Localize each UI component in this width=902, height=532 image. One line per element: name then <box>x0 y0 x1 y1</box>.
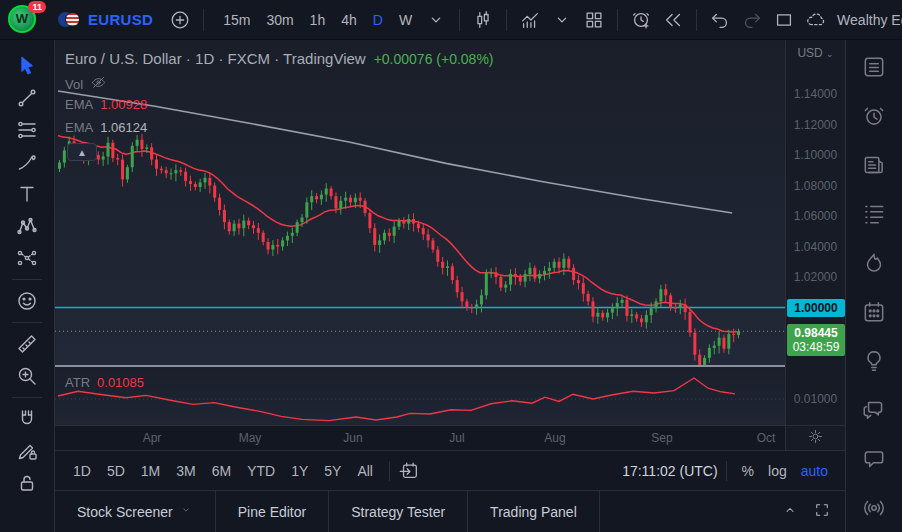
brush-icon[interactable] <box>8 146 46 178</box>
axis-settings[interactable] <box>786 425 845 450</box>
replay-icon[interactable] <box>658 5 688 35</box>
volume-legend[interactable]: Vol <box>65 74 107 94</box>
ema-slow-legend[interactable]: EMA 1.06124 <box>65 120 147 135</box>
time-axis[interactable]: AprMayJunJulAugSepOct <box>55 425 785 450</box>
bottom-toolbar: 1D5D1M3M6MYTD1Y5YAll 17:11:02 (UTC) % lo… <box>55 450 845 490</box>
atr-value: 0.01085 <box>97 375 144 390</box>
account-name[interactable]: Wealthy Educ... <box>837 12 902 28</box>
trend-line-icon[interactable] <box>8 82 46 114</box>
hotlists-icon[interactable] <box>857 248 891 278</box>
indicators-icon[interactable] <box>515 5 545 35</box>
text-tool-icon[interactable] <box>8 178 46 210</box>
fib-retracement-icon[interactable] <box>8 114 46 146</box>
range-1M[interactable]: 1M <box>133 459 168 483</box>
fullscreen-icon[interactable] <box>813 501 831 523</box>
chart-style-candles-icon[interactable] <box>468 5 498 35</box>
atr-legend[interactable]: ATR 0.01085 <box>65 375 144 390</box>
gear-icon <box>807 428 824 449</box>
ruler-icon[interactable] <box>8 328 46 360</box>
range-5D[interactable]: 5D <box>99 459 133 483</box>
price-tick: 1.02000 <box>786 270 845 284</box>
lock-all-icon[interactable] <box>8 467 46 499</box>
layout-grid-icon[interactable] <box>579 5 609 35</box>
toolbar-separator <box>12 397 42 398</box>
calendar-icon[interactable] <box>857 297 891 327</box>
go-to-date-icon[interactable] <box>398 460 420 482</box>
price-tick: 1.14000 <box>786 87 845 101</box>
alert-plus-icon[interactable] <box>626 5 656 35</box>
symbol-search-button[interactable]: EURUSD <box>88 11 153 28</box>
magnet-icon[interactable] <box>8 403 46 435</box>
account-logo[interactable]: W 11 <box>8 5 42 35</box>
forecast-icon[interactable] <box>8 242 46 274</box>
last-price-label: 0.98445 03:48:59 <box>787 324 845 356</box>
time-tick-Oct: Oct <box>757 431 776 445</box>
bottom-tabs: Stock ScreenerPine EditorStrategy Tester… <box>55 490 845 532</box>
zoom-in-icon[interactable] <box>8 360 46 392</box>
interval-D[interactable]: D <box>366 8 390 32</box>
tradingview-app: W 11 EURUSD 15m30m1h4hDW Wealthy Educ... <box>0 0 902 532</box>
server-clock[interactable]: 17:11:02 (UTC) <box>622 463 717 479</box>
toolbar-separator <box>12 322 42 323</box>
interval-4h[interactable]: 4h <box>334 8 364 32</box>
tab-trading-panel[interactable]: Trading Panel <box>468 491 600 532</box>
redo-icon[interactable] <box>737 5 767 35</box>
price-tick: 1.12000 <box>786 118 845 132</box>
atr-chart <box>55 367 785 425</box>
range-All[interactable]: All <box>349 459 381 483</box>
range-6M[interactable]: 6M <box>204 459 239 483</box>
range-YTD[interactable]: YTD <box>239 459 283 483</box>
xabcd-pattern-icon[interactable] <box>8 210 46 242</box>
rectangle-tool-icon[interactable] <box>769 5 799 35</box>
chart-legend-title[interactable]: Euro / U.S. Dollar · 1D · FXCM · Trading… <box>65 50 494 67</box>
interval-1h[interactable]: 1h <box>303 8 333 32</box>
notification-badge: 11 <box>28 1 46 13</box>
chevron-down-icon <box>179 503 193 520</box>
ideas-icon[interactable] <box>857 346 891 376</box>
time-tick-Jun: Jun <box>343 431 362 445</box>
watchlist-icon[interactable] <box>857 52 891 82</box>
interval-chevron-icon[interactable] <box>421 5 451 35</box>
auto-scale-button[interactable]: auto <box>794 459 835 483</box>
top-toolbar: W 11 EURUSD 15m30m1h4hDW Wealthy Educ... <box>0 0 902 40</box>
candlestick-chart <box>55 40 785 365</box>
percent-scale-button[interactable]: % <box>735 459 761 483</box>
tab-pine-editor[interactable]: Pine Editor <box>216 491 329 532</box>
toolbar-separator <box>12 279 42 280</box>
range-1Y[interactable]: 1Y <box>283 459 316 483</box>
interval-W[interactable]: W <box>392 8 419 32</box>
tab-stock-screener[interactable]: Stock Screener <box>55 491 216 532</box>
interval-15m[interactable]: 15m <box>216 8 257 32</box>
news-icon[interactable] <box>857 150 891 180</box>
price-tick: 1.10000 <box>786 148 845 162</box>
range-5Y[interactable]: 5Y <box>316 459 349 483</box>
tab-strategy-tester[interactable]: Strategy Tester <box>329 491 468 532</box>
range-1D[interactable]: 1D <box>65 459 99 483</box>
ema-fast-value: 1.00928 <box>100 97 147 112</box>
undo-icon[interactable] <box>705 5 735 35</box>
streams-icon[interactable] <box>857 493 891 523</box>
eye-hidden-icon[interactable] <box>90 74 107 94</box>
interval-30m[interactable]: 30m <box>259 8 300 32</box>
public-chats-icon[interactable] <box>857 395 891 425</box>
drawing-mode-lock-icon[interactable] <box>8 435 46 467</box>
data-window-icon[interactable] <box>857 199 891 229</box>
private-chat-icon[interactable] <box>857 444 891 474</box>
panel-expand-icon[interactable] <box>781 501 799 523</box>
time-tick-May: May <box>239 431 262 445</box>
log-scale-button[interactable]: log <box>761 459 794 483</box>
ema-fast-legend[interactable]: EMA 1.00928 <box>65 97 147 112</box>
indicators-chevron-icon[interactable] <box>547 5 577 35</box>
cursor-icon[interactable] <box>8 50 46 82</box>
price-tick: 1.08000 <box>786 179 845 193</box>
legend-collapse-button[interactable]: ▲ <box>67 143 97 161</box>
price-axis[interactable]: USD ⌄ 1.140001.120001.100001.080001.0600… <box>785 40 845 450</box>
main-chart-pane[interactable]: Euro / U.S. Dollar · 1D · FXCM · Trading… <box>55 40 785 365</box>
emoji-icon[interactable] <box>8 285 46 317</box>
alerts-icon[interactable] <box>857 101 891 131</box>
axis-currency[interactable]: USD ⌄ <box>786 46 845 60</box>
range-3M[interactable]: 3M <box>168 459 203 483</box>
drawing-toolbar <box>0 40 55 532</box>
add-symbol-icon[interactable] <box>165 5 195 35</box>
atr-pane[interactable]: ATR 0.01085 <box>55 367 785 425</box>
